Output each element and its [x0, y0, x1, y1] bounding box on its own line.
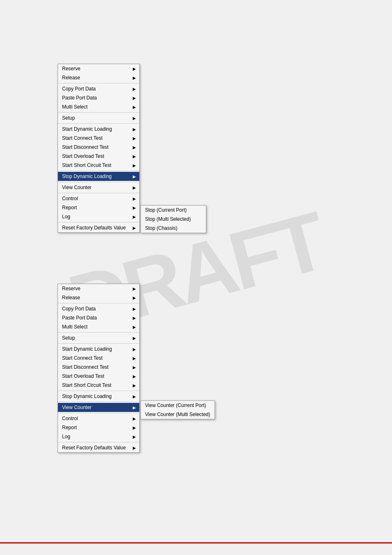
context-menu-2: Reserve▶Release▶Copy Port Data▶Paste Por… [58, 284, 140, 453]
menu-item-setup[interactable]: Setup▶ [58, 333, 139, 342]
submenu-arrow-icon: ▶ [133, 116, 136, 120]
menu-item-release[interactable]: Release▶ [58, 73, 139, 82]
submenu-arrow-icon: ▶ [133, 105, 136, 109]
submenu-arrow-icon: ▶ [133, 215, 136, 219]
submenu-arrow-icon: ▶ [133, 96, 136, 100]
submenu-item-stop-chassis[interactable]: Stop (Chassis) [141, 224, 206, 233]
menu-item-view-counter[interactable]: View Counter▶ [58, 183, 139, 192]
submenu-arrow-icon: ▶ [133, 76, 136, 80]
menu-item-start-connect-test[interactable]: Start Connect Test▶ [58, 134, 139, 143]
menu-item-copy-port-data[interactable]: Copy Port Data▶ [58, 304, 139, 313]
menu-item-setup[interactable]: Setup▶ [58, 113, 139, 123]
menu-item-start-connect-test[interactable]: Start Connect Test▶ [58, 354, 139, 363]
menu-separator [58, 391, 139, 391]
menu-item-start-short-circuit-test[interactable]: Start Short Circuit Test▶ [58, 161, 139, 170]
submenu-arrow-icon: ▶ [133, 316, 136, 320]
menu-separator [58, 303, 139, 303]
menu-item-label: Start Connect Test [62, 135, 103, 141]
menu-item-label: Report [62, 425, 77, 430]
menu-item-start-disconnect-test[interactable]: Start Disconnect Test▶ [58, 363, 139, 372]
submenu-arrow-icon: ▶ [133, 325, 136, 329]
menu-item-view-counter[interactable]: View Counter▶ [58, 403, 139, 412]
menu-item-start-disconnect-test[interactable]: Start Disconnect Test▶ [58, 143, 139, 152]
menu-separator [58, 442, 139, 442]
menu-separator [58, 182, 139, 182]
submenu-arrow-icon: ▶ [133, 145, 136, 150]
menu-item-start-short-circuit-test[interactable]: Start Short Circuit Test▶ [58, 381, 139, 390]
menu-item-label: Start Overload Test [62, 153, 104, 159]
menu-item-copy-port-data[interactable]: Copy Port Data▶ [58, 84, 139, 93]
menu-item-control[interactable]: Control▶ [58, 194, 139, 203]
submenu-arrow-icon: ▶ [133, 287, 136, 291]
menu-item-release[interactable]: Release▶ [58, 293, 139, 302]
menu-item-start-overload-test[interactable]: Start Overload Test▶ [58, 372, 139, 381]
menu-item-label: Setup [62, 115, 75, 121]
menu-item-label: Control [62, 196, 78, 201]
menu-separator [58, 343, 139, 344]
menu-item-label: Start Overload Test [62, 373, 104, 379]
submenu-arrow-icon: ▶ [133, 226, 136, 230]
menu-item-label: View Counter [62, 405, 92, 410]
menu-item-label: Copy Port Data [62, 86, 96, 92]
menu-item-label: Start Dynamic Loading [62, 346, 112, 352]
submenu-arrow-icon: ▶ [133, 136, 136, 141]
submenu-item-view-counter-current-port[interactable]: View Counter (Current Port) [141, 401, 214, 410]
menu-separator [58, 112, 139, 113]
menu-item-label: Copy Port Data [62, 306, 96, 312]
menu-item-start-overload-test[interactable]: Start Overload Test▶ [58, 152, 139, 161]
menu-item-label: Paste Port Data [62, 315, 97, 321]
menu-item-log[interactable]: Log▶ [58, 432, 139, 441]
submenu-arrow-icon: ▶ [133, 206, 136, 210]
submenu-item-stop-multi-selected[interactable]: Stop (Multi Selected) [141, 215, 206, 224]
submenu-arrow-icon: ▶ [133, 67, 136, 71]
menu-item-reserve[interactable]: Reserve▶ [58, 64, 139, 73]
submenu-arrow-icon: ▶ [133, 197, 136, 201]
submenu-arrow-icon: ▶ [133, 426, 136, 430]
menu-item-label: Reset Factory Defaults Value [62, 225, 126, 231]
submenu-item-stop-current-port[interactable]: Stop (Current Port) [141, 206, 206, 215]
submenu-arrow-icon: ▶ [133, 336, 136, 340]
menu-item-reset-factory-defaults-value[interactable]: Reset Factory Defaults Value▶ [58, 223, 139, 232]
submenu-arrow-icon: ▶ [133, 405, 136, 410]
menu-item-start-dynamic-loading[interactable]: Start Dynamic Loading▶ [58, 345, 139, 354]
menu-item-control[interactable]: Control▶ [58, 414, 139, 423]
menu-separator [58, 83, 139, 83]
submenu-arrow-icon: ▶ [133, 163, 136, 168]
menu-item-label: Multi Select [62, 324, 88, 330]
submenu-arrow-icon: ▶ [133, 356, 136, 361]
menu-separator [58, 123, 139, 124]
menu-item-label: Reset Factory Defaults Value [62, 445, 126, 451]
menu-item-report[interactable]: Report▶ [58, 423, 139, 432]
menu-item-multi-select[interactable]: Multi Select▶ [58, 322, 139, 331]
menu-item-paste-port-data[interactable]: Paste Port Data▶ [58, 93, 139, 102]
menu-item-reserve[interactable]: Reserve▶ [58, 284, 139, 293]
context-menu-1: Reserve▶Release▶Copy Port Data▶Paste Por… [58, 64, 140, 233]
submenu-arrow-icon: ▶ [133, 185, 136, 190]
menu-item-label: Start Short Circuit Test [62, 382, 111, 388]
submenu-arrow-icon: ▶ [133, 154, 136, 159]
menu-item-label: Log [62, 214, 70, 220]
menu-item-label: Start Short Circuit Test [62, 162, 111, 168]
submenu-stop-dynamic-loading: Stop (Current Port)Stop (Multi Selected)… [141, 205, 206, 233]
menu-item-label: Release [62, 75, 80, 81]
menu-item-label: View Counter [62, 185, 92, 190]
menu-separator [58, 222, 139, 222]
menu-item-reset-factory-defaults-value[interactable]: Reset Factory Defaults Value▶ [58, 443, 139, 452]
menu-item-label: Log [62, 434, 70, 439]
submenu-arrow-icon: ▶ [133, 383, 136, 388]
menu-item-label: Release [62, 295, 80, 301]
submenu-item-view-counter-multi-selected[interactable]: View Counter (Multi Selected) [141, 410, 214, 419]
menu-item-stop-dynamic-loading[interactable]: Stop Dynamic Loading▶ [58, 392, 139, 401]
submenu-arrow-icon: ▶ [133, 347, 136, 352]
menu-item-log[interactable]: Log▶ [58, 212, 139, 221]
menu-item-multi-select[interactable]: Multi Select▶ [58, 102, 139, 111]
menu-separator [58, 332, 139, 333]
menu-item-label: Setup [62, 335, 75, 341]
menu-item-stop-dynamic-loading[interactable]: Stop Dynamic Loading▶ [58, 172, 139, 181]
menu-item-label: Start Disconnect Test [62, 144, 108, 150]
menu-item-label: Reserve [62, 286, 81, 291]
menu-item-paste-port-data[interactable]: Paste Port Data▶ [58, 313, 139, 322]
submenu-arrow-icon: ▶ [133, 374, 136, 379]
menu-item-start-dynamic-loading[interactable]: Start Dynamic Loading▶ [58, 125, 139, 134]
menu-item-report[interactable]: Report▶ [58, 203, 139, 212]
